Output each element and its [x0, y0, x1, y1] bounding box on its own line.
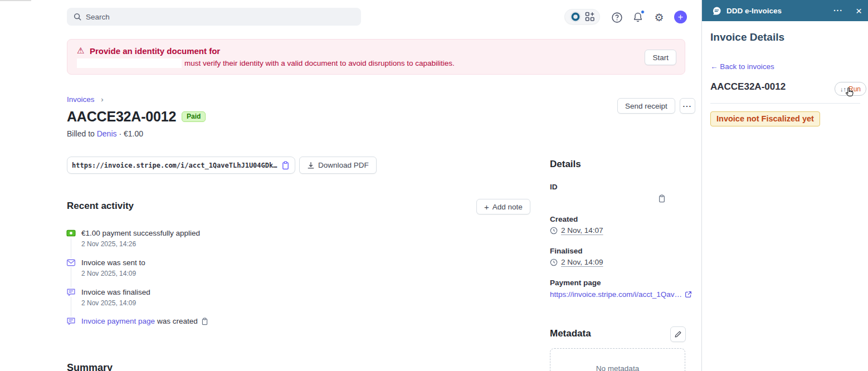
customer-link[interactable]: Denis — [97, 129, 117, 138]
activity-item: Invoice was sent to — [81, 258, 145, 267]
invoice-note-icon — [66, 316, 76, 326]
app-panel-header: DDD e-Invoices ··· × — [702, 0, 868, 21]
app-name: DDD e-Invoices — [726, 7, 828, 15]
activity-timeline-line — [71, 238, 71, 321]
payment-page-label: Payment page — [550, 279, 601, 287]
panel-close-icon[interactable]: × — [856, 6, 862, 16]
window-edge-artifact — [0, 0, 31, 1]
clock-icon — [550, 258, 558, 266]
sandbox-switcher[interactable] — [564, 9, 600, 25]
copy-url-icon[interactable] — [281, 161, 290, 170]
search-icon — [74, 13, 81, 21]
invoice-url: https://invoice.stripe.com/i/acct_1QaveT… — [72, 162, 281, 169]
page-title: AACCE32A-0012 — [67, 109, 176, 125]
billed-amount: · €1.00 — [119, 129, 143, 138]
payment-banknote-icon — [66, 228, 76, 238]
finalised-label: Finalised — [550, 247, 583, 255]
plus-icon: + — [484, 202, 489, 212]
banner-body: must verify their identity with a valid … — [184, 59, 455, 67]
status-badge-paid: Paid — [182, 111, 206, 122]
identity-warning-banner: ⚠ Provide an identity document for must … — [67, 39, 685, 75]
back-to-invoices-link[interactable]: ← Back to invoices — [710, 62, 774, 71]
page-title-row: AACCE32A-0012 Paid — [67, 109, 206, 125]
metadata-empty-text: No metadata — [550, 364, 685, 371]
download-icon — [307, 162, 315, 169]
copy-icon[interactable] — [201, 318, 208, 325]
banner-title: Provide an identity document for — [90, 46, 220, 56]
apps-grid-icon — [585, 12, 595, 22]
download-pdf-button[interactable]: Download PDF — [299, 157, 377, 174]
email-envelope-icon — [66, 258, 76, 267]
redacted-text — [77, 58, 182, 68]
app-side-panel: DDD e-Invoices ··· × Invoice Details ← B… — [701, 0, 868, 371]
start-button[interactable]: Start — [645, 50, 676, 65]
send-receipt-button[interactable]: Send receipt — [617, 98, 675, 114]
sort-arrows-icon: ↓↑ — [840, 86, 846, 92]
warning-icon: ⚠ — [77, 46, 84, 56]
notification-dot — [641, 10, 645, 14]
panel-invoice-id: AACCE32A-0012 — [710, 81, 786, 92]
details-title: Details — [550, 159, 581, 170]
activity-item: €1.00 payment successfully applied — [81, 229, 200, 237]
sandbox-ring-icon — [569, 11, 582, 23]
create-new-button[interactable]: + — [674, 11, 687, 23]
payment-page-link[interactable]: https://invoice.stripe.com/i/acct_1Qav… — [550, 290, 692, 299]
panel-overflow-icon[interactable]: ··· — [833, 6, 843, 15]
panel-title: Invoice Details — [710, 31, 784, 43]
edit-metadata-button[interactable] — [670, 326, 686, 342]
pencil-icon — [674, 330, 682, 338]
chevron-right-icon: › — [101, 95, 103, 104]
search-input[interactable] — [86, 13, 354, 21]
invoice-url-box: https://invoice.stripe.com/i/acct_1QaveT… — [67, 157, 295, 174]
activity-time: 2 Nov 2025, 14:09 — [81, 270, 136, 277]
stripe-invoice-page: ⚙ + ⚠ Provide an identity document for m… — [0, 0, 868, 371]
plus-icon: + — [678, 13, 683, 22]
activity-time: 2 Nov 2025, 14:26 — [81, 240, 136, 248]
id-label: ID — [550, 183, 558, 191]
more-actions-button[interactable]: ··· — [680, 98, 695, 114]
panel-divider — [710, 103, 860, 104]
metadata-empty-box: No metadata — [550, 348, 685, 371]
summary-title: Summary — [67, 362, 113, 371]
created-label: Created — [550, 215, 578, 223]
activity-item: Invoice was finalised — [81, 288, 150, 296]
recent-activity-title: Recent activity — [67, 201, 134, 212]
activity-time: 2 Nov 2025, 14:09 — [81, 299, 136, 307]
chat-bubble-icon — [712, 6, 721, 16]
billed-line: Billed to Denis · €1.00 — [67, 129, 143, 138]
metadata-title: Metadata — [550, 328, 591, 339]
help-icon[interactable] — [611, 11, 623, 23]
search-bar[interactable] — [67, 8, 361, 26]
breadcrumb: Invoices › — [67, 95, 104, 104]
add-note-button[interactable]: + Add note — [476, 199, 530, 214]
finalised-value: 2 Nov, 14:09 — [561, 258, 603, 266]
fiscalization-status-badge: Invoice not Fiscalized yet — [710, 111, 820, 126]
billed-prefix: Billed to — [67, 129, 95, 138]
copy-id-icon[interactable] — [658, 194, 666, 203]
clock-icon — [550, 227, 558, 235]
run-button[interactable]: ↓↑ Run — [835, 82, 866, 96]
invoice-note-icon — [66, 287, 76, 297]
notifications-bell-icon[interactable] — [632, 11, 644, 23]
overflow-icon: ··· — [683, 102, 693, 110]
settings-gear-icon[interactable]: ⚙ — [653, 11, 665, 23]
activity-item: Invoice payment page was created — [81, 317, 208, 325]
external-link-icon — [685, 291, 692, 298]
created-value: 2 Nov, 14:07 — [561, 226, 603, 235]
invoice-payment-page-link[interactable]: Invoice payment page — [81, 317, 155, 325]
breadcrumb-invoices-link[interactable]: Invoices — [67, 95, 95, 104]
